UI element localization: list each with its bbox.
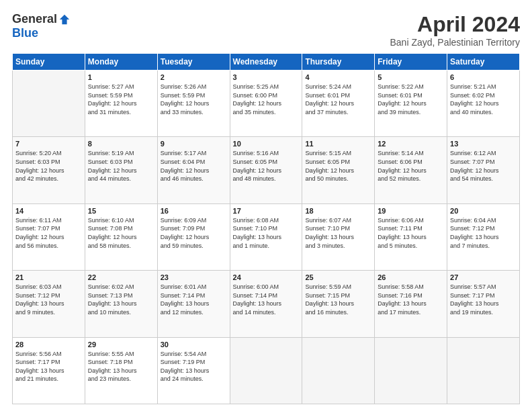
calendar-cell: 17Sunrise: 6:08 AM Sunset: 7:10 PM Dayli…: [230, 203, 302, 270]
calendar-cell: 8Sunrise: 5:19 AM Sunset: 6:03 PM Daylig…: [85, 137, 157, 203]
calendar-cell: [302, 337, 375, 404]
calendar-cell: [447, 337, 520, 404]
calendar-cell: 24Sunrise: 6:00 AM Sunset: 7:14 PM Dayli…: [230, 271, 302, 337]
day-header-tuesday: Tuesday: [157, 54, 230, 71]
calendar-cell: 16Sunrise: 6:09 AM Sunset: 7:09 PM Dayli…: [157, 203, 230, 270]
day-header-thursday: Thursday: [302, 54, 375, 71]
logo-icon: [58, 13, 71, 26]
calendar-cell: [230, 337, 302, 404]
day-content: Sunrise: 6:10 AM Sunset: 7:08 PM Dayligh…: [88, 216, 154, 250]
day-number: 12: [378, 140, 444, 148]
calendar-cell: 15Sunrise: 6:10 AM Sunset: 7:08 PM Dayli…: [85, 203, 157, 270]
day-number: 21: [15, 273, 82, 281]
day-number: 10: [233, 140, 300, 148]
calendar-week-1: 1Sunrise: 5:27 AM Sunset: 5:59 PM Daylig…: [13, 71, 520, 137]
logo-general: General: [12, 12, 57, 26]
day-number: 28: [15, 340, 82, 349]
calendar-cell: 23Sunrise: 6:01 AM Sunset: 7:14 PM Dayli…: [157, 271, 230, 337]
location: Bani Zayd, Palestinian Territory: [390, 37, 521, 48]
day-number: 9: [161, 140, 227, 148]
month-title: April 2024: [390, 12, 521, 37]
day-number: 25: [305, 273, 371, 281]
calendar-cell: 5Sunrise: 5:22 AM Sunset: 6:01 PM Daylig…: [375, 71, 447, 137]
calendar-cell: 12Sunrise: 5:14 AM Sunset: 6:06 PM Dayli…: [375, 137, 447, 203]
day-number: 11: [305, 140, 371, 148]
calendar-cell: 21Sunrise: 6:03 AM Sunset: 7:12 PM Dayli…: [13, 271, 85, 337]
day-header-friday: Friday: [375, 54, 447, 71]
day-header-monday: Monday: [85, 54, 157, 71]
calendar-cell: 1Sunrise: 5:27 AM Sunset: 5:59 PM Daylig…: [85, 71, 157, 137]
day-number: 6: [450, 73, 517, 81]
calendar-cell: 4Sunrise: 5:24 AM Sunset: 6:01 PM Daylig…: [302, 71, 375, 137]
header: General Blue April 2024 Bani Zayd, Pales…: [12, 12, 520, 48]
day-header-wednesday: Wednesday: [230, 54, 302, 71]
day-number: 15: [88, 207, 154, 215]
calendar-cell: 14Sunrise: 6:11 AM Sunset: 7:07 PM Dayli…: [13, 203, 85, 270]
day-content: Sunrise: 5:55 AM Sunset: 7:18 PM Dayligh…: [88, 350, 154, 383]
calendar-cell: 3Sunrise: 5:25 AM Sunset: 6:00 PM Daylig…: [230, 71, 302, 137]
day-number: 4: [305, 73, 371, 81]
day-number: 8: [88, 140, 154, 148]
calendar-cell: 6Sunrise: 5:21 AM Sunset: 6:02 PM Daylig…: [447, 71, 520, 137]
calendar-cell: 29Sunrise: 5:55 AM Sunset: 7:18 PM Dayli…: [85, 337, 157, 404]
day-number: 2: [161, 73, 227, 81]
day-content: Sunrise: 5:56 AM Sunset: 7:17 PM Dayligh…: [15, 350, 82, 383]
calendar-week-2: 7Sunrise: 5:20 AM Sunset: 6:03 PM Daylig…: [13, 137, 520, 203]
calendar-cell: 26Sunrise: 5:58 AM Sunset: 7:16 PM Dayli…: [375, 271, 447, 337]
day-content: Sunrise: 5:14 AM Sunset: 6:06 PM Dayligh…: [378, 149, 444, 183]
day-content: Sunrise: 5:20 AM Sunset: 6:03 PM Dayligh…: [15, 149, 82, 183]
day-content: Sunrise: 5:22 AM Sunset: 6:01 PM Dayligh…: [378, 83, 444, 116]
calendar-cell: 9Sunrise: 5:17 AM Sunset: 6:04 PM Daylig…: [157, 137, 230, 203]
day-number: 19: [378, 207, 444, 215]
day-number: 20: [450, 207, 517, 215]
calendar-cell: 11Sunrise: 5:15 AM Sunset: 6:05 PM Dayli…: [302, 137, 375, 203]
day-number: 26: [378, 273, 444, 281]
page: General Blue April 2024 Bani Zayd, Pales…: [0, 0, 532, 411]
day-content: Sunrise: 5:21 AM Sunset: 6:02 PM Dayligh…: [450, 83, 517, 116]
calendar-cell: 28Sunrise: 5:56 AM Sunset: 7:17 PM Dayli…: [13, 337, 85, 404]
day-content: Sunrise: 5:24 AM Sunset: 6:01 PM Dayligh…: [305, 83, 371, 116]
day-number: 30: [161, 340, 227, 349]
day-content: Sunrise: 5:59 AM Sunset: 7:15 PM Dayligh…: [305, 283, 371, 316]
day-content: Sunrise: 6:12 AM Sunset: 7:07 PM Dayligh…: [450, 149, 517, 183]
day-content: Sunrise: 5:17 AM Sunset: 6:04 PM Dayligh…: [161, 149, 227, 183]
day-content: Sunrise: 5:26 AM Sunset: 5:59 PM Dayligh…: [161, 83, 227, 116]
day-content: Sunrise: 6:03 AM Sunset: 7:12 PM Dayligh…: [15, 283, 82, 316]
day-content: Sunrise: 5:57 AM Sunset: 7:17 PM Dayligh…: [450, 283, 517, 316]
calendar-cell: 25Sunrise: 5:59 AM Sunset: 7:15 PM Dayli…: [302, 271, 375, 337]
day-number: 27: [450, 273, 517, 281]
calendar-cell: 27Sunrise: 5:57 AM Sunset: 7:17 PM Dayli…: [447, 271, 520, 337]
day-content: Sunrise: 5:54 AM Sunset: 7:19 PM Dayligh…: [161, 350, 227, 383]
day-content: Sunrise: 6:07 AM Sunset: 7:10 PM Dayligh…: [305, 216, 371, 250]
day-content: Sunrise: 5:58 AM Sunset: 7:16 PM Dayligh…: [378, 283, 444, 316]
day-number: 17: [233, 207, 300, 215]
calendar-cell: [375, 337, 447, 404]
day-content: Sunrise: 6:04 AM Sunset: 7:12 PM Dayligh…: [450, 216, 517, 250]
calendar-cell: [13, 71, 85, 137]
calendar-cell: 20Sunrise: 6:04 AM Sunset: 7:12 PM Dayli…: [447, 203, 520, 270]
day-number: 13: [450, 140, 517, 148]
day-number: 1: [88, 73, 154, 81]
title-area: April 2024 Bani Zayd, Palestinian Territ…: [390, 12, 521, 48]
day-content: Sunrise: 6:02 AM Sunset: 7:13 PM Dayligh…: [88, 283, 154, 316]
calendar-cell: 18Sunrise: 6:07 AM Sunset: 7:10 PM Dayli…: [302, 203, 375, 270]
day-content: Sunrise: 5:16 AM Sunset: 6:05 PM Dayligh…: [233, 149, 300, 183]
day-number: 5: [378, 73, 444, 81]
day-content: Sunrise: 6:06 AM Sunset: 7:11 PM Dayligh…: [378, 216, 444, 250]
day-content: Sunrise: 5:27 AM Sunset: 5:59 PM Dayligh…: [88, 83, 154, 116]
calendar-cell: 19Sunrise: 6:06 AM Sunset: 7:11 PM Dayli…: [375, 203, 447, 270]
day-number: 29: [88, 340, 154, 349]
day-number: 16: [161, 207, 227, 215]
calendar-header-row: SundayMondayTuesdayWednesdayThursdayFrid…: [13, 54, 520, 71]
day-content: Sunrise: 5:15 AM Sunset: 6:05 PM Dayligh…: [305, 149, 371, 183]
calendar-cell: 10Sunrise: 5:16 AM Sunset: 6:05 PM Dayli…: [230, 137, 302, 203]
calendar-cell: 22Sunrise: 6:02 AM Sunset: 7:13 PM Dayli…: [85, 271, 157, 337]
logo-text: General: [12, 12, 71, 26]
calendar-week-4: 21Sunrise: 6:03 AM Sunset: 7:12 PM Dayli…: [13, 271, 520, 337]
day-content: Sunrise: 6:08 AM Sunset: 7:10 PM Dayligh…: [233, 216, 300, 250]
calendar-week-3: 14Sunrise: 6:11 AM Sunset: 7:07 PM Dayli…: [13, 203, 520, 270]
day-content: Sunrise: 5:25 AM Sunset: 6:00 PM Dayligh…: [233, 83, 300, 116]
day-number: 23: [161, 273, 227, 281]
calendar-cell: 30Sunrise: 5:54 AM Sunset: 7:19 PM Dayli…: [157, 337, 230, 404]
day-number: 3: [233, 73, 300, 81]
